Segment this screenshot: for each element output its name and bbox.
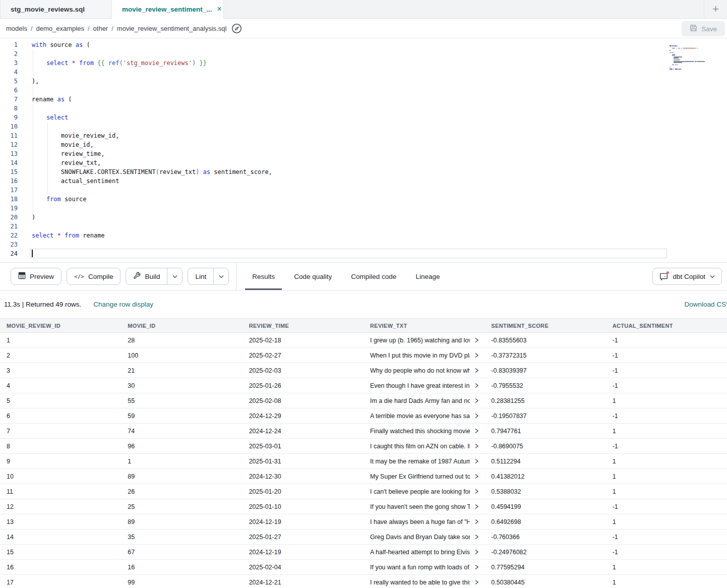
column-header[interactable]: SENTIMENT_SCORE (484, 323, 605, 329)
expand-review-icon[interactable] (474, 398, 479, 403)
column-header[interactable]: MOVIE_REVIEW_ID (0, 323, 121, 329)
table-row[interactable]: 912025-01-31It may be the remake of 1987… (0, 454, 727, 469)
column-header[interactable]: ACTUAL_SENTIMENT (606, 323, 727, 329)
tab-stg-movie-reviews[interactable]: stg_movie_reviews.sql (0, 0, 112, 18)
table-row[interactable]: 15672024-12-19A half-hearted attempt to … (0, 545, 727, 560)
table-row[interactable]: 3212025-02-03Why do people who do not kn… (0, 363, 727, 378)
table-cell: 11 (0, 488, 121, 495)
line-number: 17 (0, 186, 22, 195)
expand-review-icon[interactable] (474, 413, 479, 419)
column-header[interactable]: REVIEW_TXT (364, 323, 484, 329)
table-row[interactable]: 12252025-01-10If you haven't seen the go… (0, 499, 727, 514)
code-line: select * from rename (32, 231, 272, 240)
expand-review-icon[interactable] (474, 519, 479, 524)
table-cell: 89 (121, 518, 242, 525)
line-number: 15 (0, 167, 22, 177)
lint-dropdown-button[interactable] (213, 268, 228, 284)
breadcrumb-separator: / (88, 25, 90, 32)
lint-button[interactable]: Lint (188, 268, 213, 284)
file-header-bar: models/demo_examples/other/movie_review_… (0, 19, 727, 38)
table-cell: 89 (121, 473, 242, 480)
expand-review-icon[interactable] (474, 443, 479, 449)
line-number: 24 (0, 249, 22, 258)
expand-review-icon[interactable] (474, 489, 479, 494)
tab-label: stg_movie_reviews.sql (11, 6, 85, 13)
breadcrumb-segment[interactable]: demo_examples (36, 25, 84, 32)
line-number: 10 (0, 122, 22, 131)
results-tab-strip: Results Code quality Compiled code Linea… (243, 263, 449, 290)
review-text-cell: If you want a fun romp with loads of s… (364, 564, 484, 571)
code-line: movie_id, (32, 140, 272, 149)
line-number-gutter: 123456789101112131415161718192021222324 (0, 40, 22, 258)
breadcrumb-segment[interactable]: movie_review_sentiment_analysis.sql (117, 25, 227, 32)
dbt-copilot-button[interactable]: dbt Copilot (652, 268, 722, 285)
table-cell: 7 (0, 428, 121, 435)
code-line: select (32, 113, 272, 122)
review-text: My Super Ex Girlfriend turned out to b… (370, 473, 470, 480)
expand-review-icon[interactable] (474, 337, 479, 343)
table-row[interactable]: 14352025-01-27Greg Davis and Bryan Daly … (0, 530, 727, 545)
build-dropdown-button[interactable] (167, 268, 182, 284)
change-row-display-link[interactable]: Change row display (93, 301, 153, 308)
expand-review-icon[interactable] (474, 534, 479, 540)
table-row[interactable]: 4302025-01-26Even though I have great in… (0, 378, 727, 393)
table-row[interactable]: 7742024-12-24Finally watched this shocki… (0, 424, 727, 439)
minimap[interactable] (670, 42, 708, 69)
new-tab-button[interactable]: + (704, 0, 727, 18)
save-button[interactable]: Save (682, 21, 725, 36)
line-number: 20 (0, 213, 22, 222)
copilot-circle-icon[interactable] (231, 23, 242, 34)
table-row[interactable]: 10892024-12-30My Super Ex Girlfriend tur… (0, 469, 727, 484)
expand-review-icon[interactable] (474, 352, 479, 358)
compile-button[interactable]: </> Compile (67, 268, 120, 285)
expand-review-icon[interactable] (474, 504, 479, 509)
expand-review-icon[interactable] (474, 549, 479, 555)
build-button[interactable]: Build (126, 268, 167, 284)
tab-movie-review-sentiment[interactable]: movie_review_sentiment_... × (112, 0, 224, 19)
breadcrumb-segment[interactable]: other (93, 25, 108, 32)
table-cell: -0.7955532 (484, 382, 605, 389)
save-label: Save (701, 25, 717, 33)
expand-review-icon[interactable] (474, 383, 479, 388)
column-header[interactable]: MOVIE_ID (121, 323, 242, 329)
code-line (32, 104, 272, 113)
code-editor[interactable]: 123456789101112131415161718192021222324 … (0, 38, 727, 262)
table-cell: -1 (606, 367, 727, 374)
table-row[interactable]: 21002025-02-27When I put this movie in m… (0, 348, 727, 363)
breadcrumb-segment[interactable]: models (6, 25, 27, 32)
table-row[interactable]: 5552025-02-08Im a die hard Dads Army fan… (0, 393, 727, 408)
expand-review-icon[interactable] (474, 474, 479, 479)
line-number: 8 (0, 104, 22, 113)
code-line (32, 222, 272, 231)
tab-label: movie_review_sentiment_... (122, 6, 212, 13)
tab-code-quality[interactable]: Code quality (287, 263, 339, 290)
table-row[interactable]: 6592024-12-29A terrible movie as everyon… (0, 408, 727, 424)
tab-results[interactable]: Results (245, 263, 282, 290)
tab-compiled-code[interactable]: Compiled code (344, 263, 403, 290)
table-cell: 2025-01-20 (243, 488, 364, 495)
column-header[interactable]: REVIEW_TIME (243, 323, 364, 329)
table-row[interactable]: 1282025-02-18I grew up (b. 1965) watchin… (0, 333, 727, 348)
expand-review-icon[interactable] (474, 428, 479, 434)
tab-lineage[interactable]: Lineage (408, 263, 447, 290)
expand-review-icon[interactable] (474, 579, 479, 585)
preview-button[interactable]: Preview (11, 268, 62, 285)
expand-review-icon[interactable] (474, 368, 479, 373)
table-row[interactable]: 13892024-12-19I have always been a huge … (0, 514, 727, 530)
review-text: I have always been a huge fan of "Hom… (370, 518, 470, 525)
expand-review-icon[interactable] (474, 564, 479, 570)
table-cell: 67 (121, 549, 242, 556)
table-cell: 21 (121, 367, 242, 374)
close-icon[interactable]: × (217, 5, 222, 13)
table-row[interactable]: 11262025-01-20I can't believe people are… (0, 484, 727, 499)
table-cell: 1 (606, 473, 727, 480)
download-csv-link[interactable]: Download CSV (684, 301, 727, 308)
table-row[interactable]: 16162025-02-04If you want a fun romp wit… (0, 560, 727, 575)
table-cell: 2024-12-29 (243, 413, 364, 420)
line-number: 1 (0, 40, 22, 49)
table-row[interactable]: 8962025-03-01I caught this film on AZN o… (0, 439, 727, 454)
review-text-cell: I caught this film on AZN on cable. It s… (364, 443, 484, 450)
table-row[interactable]: 17992024-12-21I really wanted to be able… (0, 575, 727, 588)
expand-review-icon[interactable] (474, 458, 479, 464)
review-text-cell: A half-hearted attempt to bring Elvis P… (364, 549, 484, 556)
